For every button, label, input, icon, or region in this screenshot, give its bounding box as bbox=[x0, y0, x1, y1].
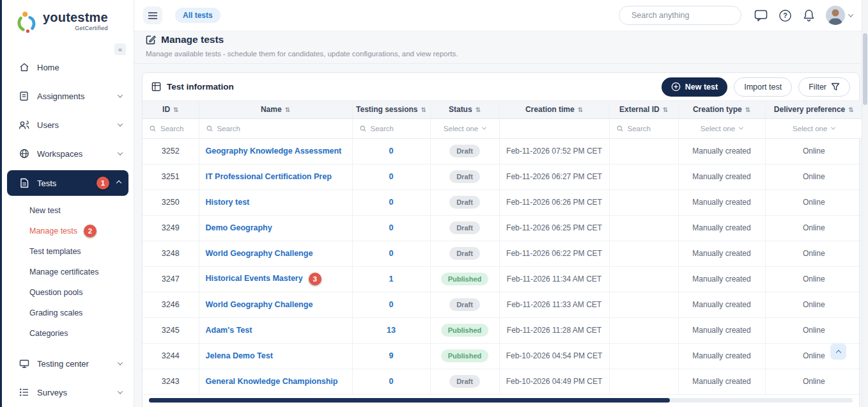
sidebar-item-new-test[interactable]: New test bbox=[2, 200, 134, 221]
sort-icon[interactable]: ⇅ bbox=[578, 106, 583, 113]
column-header-delivery[interactable]: Delivery preference⇅ bbox=[765, 101, 862, 118]
search-input[interactable] bbox=[632, 11, 734, 20]
global-search[interactable] bbox=[619, 6, 741, 25]
chevron-down-icon bbox=[118, 388, 123, 394]
table-icon bbox=[151, 82, 161, 92]
test-name-link[interactable]: General Knowledge Championship bbox=[206, 377, 338, 386]
column-search-input[interactable]: Search bbox=[353, 125, 430, 132]
scroll-to-top-button[interactable] bbox=[830, 344, 846, 360]
vertical-scrollbar[interactable] bbox=[862, 0, 868, 407]
chevron-down-icon bbox=[118, 150, 123, 155]
tab-all-tests[interactable]: All tests bbox=[175, 8, 221, 23]
sessions-link[interactable]: 0 bbox=[389, 147, 394, 156]
cell-delivery: Online bbox=[765, 343, 862, 369]
vertical-scrollbar-thumb[interactable] bbox=[863, 33, 867, 105]
sidebar-item-assignments[interactable]: Assignments bbox=[2, 84, 134, 108]
sidebar-collapse-button[interactable]: « bbox=[114, 44, 126, 55]
test-name-link[interactable]: Jelena Demo Test bbox=[206, 351, 273, 360]
cell-name: History test bbox=[199, 189, 352, 215]
cell-sessions: 0 bbox=[352, 241, 430, 266]
sort-icon[interactable]: ⇅ bbox=[421, 106, 426, 113]
sidebar-item-testing-center[interactable]: Testing center bbox=[2, 351, 134, 376]
sort-icon[interactable]: ⇅ bbox=[173, 106, 178, 113]
help-button[interactable]: ? bbox=[779, 9, 792, 22]
column-search-input[interactable]: Search bbox=[143, 125, 199, 132]
test-name-link[interactable]: World Geography Challenge bbox=[206, 300, 313, 309]
sidebar-item-users[interactable]: Users bbox=[2, 113, 134, 137]
brand-name: youtestme bbox=[43, 10, 108, 24]
test-name-link[interactable]: Historical Events Mastery bbox=[206, 274, 303, 283]
sort-icon[interactable]: ⇅ bbox=[663, 106, 668, 113]
testing-center-icon bbox=[19, 359, 29, 369]
sessions-link[interactable]: 0 bbox=[389, 377, 394, 386]
column-header-id[interactable]: ID⇅ bbox=[143, 101, 199, 118]
column-header-name[interactable]: Name⇅ bbox=[199, 101, 352, 118]
column-search-input[interactable]: Search bbox=[199, 125, 352, 132]
test-name-link[interactable]: Demo Geography bbox=[206, 223, 272, 232]
sort-icon[interactable]: ⇅ bbox=[476, 106, 481, 113]
column-header-creation_type[interactable]: Creation type⇅ bbox=[678, 101, 765, 118]
notifications-button[interactable] bbox=[803, 9, 815, 22]
cell-delivery: Online bbox=[765, 266, 862, 292]
filter-cell-creation_type: Select one bbox=[678, 118, 765, 138]
sort-icon[interactable]: ⇅ bbox=[745, 106, 750, 113]
column-header-sessions[interactable]: Testing sessions⇅ bbox=[352, 101, 430, 118]
table-row: 3245Adam's Test13PublishedFeb-11-2026 11… bbox=[143, 317, 862, 343]
cell-name: World Geography Challenge bbox=[199, 241, 352, 266]
test-name-link[interactable]: History test bbox=[206, 198, 250, 207]
sidebar-item-manage-tests[interactable]: Manage tests 2 bbox=[2, 221, 134, 241]
search-icon bbox=[359, 125, 367, 132]
cell-delivery: Online bbox=[765, 215, 862, 241]
new-test-button[interactable]: New test bbox=[662, 77, 727, 97]
horizontal-scrollbar-thumb[interactable] bbox=[149, 398, 670, 403]
test-name-link[interactable]: Geography Knowledge Assessment bbox=[206, 147, 342, 156]
filter-button[interactable]: Filter bbox=[798, 77, 850, 97]
column-label: Creation time bbox=[525, 105, 575, 114]
cell-external-id bbox=[609, 189, 678, 215]
sidebar-item-categories[interactable]: Categories bbox=[2, 323, 134, 344]
sidebar-item-question-pools[interactable]: Question pools bbox=[2, 282, 134, 303]
sidebar-item-manage-certificates[interactable]: Manage certificates bbox=[2, 262, 134, 282]
sort-icon[interactable]: ⇅ bbox=[848, 106, 853, 113]
sidebar-item-workspaces[interactable]: Workspaces bbox=[2, 141, 134, 166]
sidebar-item-test-templates[interactable]: Test templates bbox=[2, 241, 134, 262]
filter-cell-external_id: Search bbox=[609, 118, 678, 138]
chat-button[interactable] bbox=[754, 10, 768, 22]
column-select[interactable]: Select one bbox=[431, 125, 499, 132]
column-header-status[interactable]: Status⇅ bbox=[430, 101, 499, 118]
cell-creation-time: Feb-11-2026 11:33 AM CET bbox=[499, 292, 609, 317]
sidebar-item-home[interactable]: Home bbox=[2, 55, 134, 79]
sidebar-item-grading-scales[interactable]: Grading scales bbox=[2, 303, 134, 323]
test-name-link[interactable]: Adam's Test bbox=[206, 326, 252, 335]
sessions-link[interactable]: 0 bbox=[389, 198, 394, 207]
sessions-link[interactable]: 13 bbox=[387, 326, 396, 335]
sessions-link[interactable]: 0 bbox=[389, 249, 394, 258]
filter-cell-status: Select one bbox=[430, 118, 499, 138]
search-placeholder: Search bbox=[217, 125, 240, 132]
sidebar-item-surveys[interactable]: Surveys bbox=[2, 380, 134, 404]
test-name-link[interactable]: World Geography Challenge bbox=[206, 249, 313, 258]
cell-external-id bbox=[609, 317, 678, 343]
sessions-link[interactable]: 1 bbox=[389, 275, 394, 283]
status-badge: Published bbox=[441, 273, 489, 285]
column-select[interactable]: Select one bbox=[766, 125, 863, 132]
sessions-link[interactable]: 0 bbox=[389, 172, 394, 181]
test-name-link[interactable]: IT Professional Certification Prep bbox=[206, 172, 332, 181]
horizontal-scrollbar[interactable] bbox=[149, 398, 853, 403]
cell-status: Draft bbox=[430, 241, 499, 266]
user-menu[interactable] bbox=[826, 6, 853, 25]
column-header-created[interactable]: Creation time⇅ bbox=[499, 101, 609, 118]
column-select[interactable]: Select one bbox=[679, 125, 765, 132]
sidebar-item-tests[interactable]: Tests 1 bbox=[7, 170, 128, 196]
import-test-button[interactable]: Import test bbox=[734, 77, 792, 97]
column-search-input[interactable]: Search bbox=[610, 125, 678, 132]
sidebar-toggle-button[interactable] bbox=[143, 6, 162, 24]
window-edge bbox=[0, 0, 2, 407]
column-header-external_id[interactable]: External ID⇅ bbox=[609, 101, 678, 118]
sort-icon[interactable]: ⇅ bbox=[285, 106, 290, 113]
cell-delivery: Online bbox=[765, 369, 862, 394]
sessions-link[interactable]: 9 bbox=[389, 351, 394, 360]
sessions-link[interactable]: 0 bbox=[389, 223, 394, 232]
cell-delivery: Online bbox=[765, 241, 862, 266]
sessions-link[interactable]: 0 bbox=[389, 300, 394, 309]
